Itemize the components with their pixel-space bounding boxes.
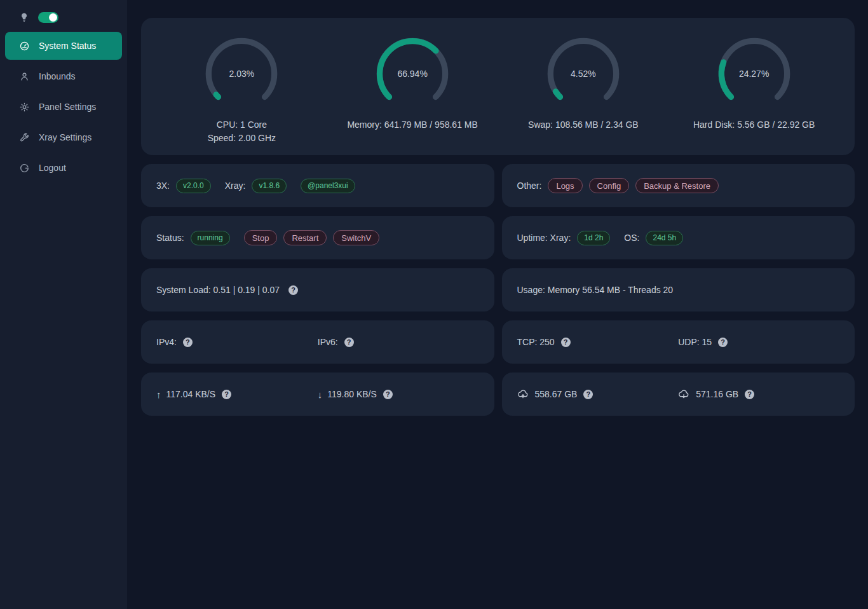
xray-uptime-badge: 1d 2h [577,231,610,245]
upload-arrow-icon: ↑ [156,389,161,400]
swap-percent: 4.52% [544,69,623,79]
cloud-upload-icon [517,388,529,400]
help-icon[interactable]: ? [222,390,231,399]
cloud-download-icon [678,388,689,400]
system-load-card: System Load: 0.51 | 0.19 | 0.07 ? [141,268,494,311]
udp-count-text: UDP: 15 [678,337,712,347]
help-icon[interactable]: ? [344,338,354,347]
stop-button[interactable]: Stop [244,230,278,245]
other-label: Other: [517,181,542,191]
os-uptime-badge: 24d 5h [646,231,683,245]
telegram-channel-tag[interactable]: @panel3xui [301,179,355,193]
download-speed-text: 119.80 KB/S [327,389,377,399]
other-card: Other: Logs Config Backup & Restore [502,164,855,207]
help-icon[interactable]: ? [561,338,571,347]
versions-card: 3X: v2.0.0 Xray: v1.8.6 @panel3xui [141,164,494,207]
sidebar-item-system-status[interactable]: System Status [5,32,122,60]
cpu-speed-label: Speed: 2.00 GHz [208,132,276,145]
sidebar-item-label: Xray Settings [39,132,92,142]
help-icon[interactable]: ? [383,390,393,399]
total-traffic-card: 558.67 GB ? 571.16 GB ? [502,373,855,416]
ip-card: IPv4: ? IPv6: ? [141,320,494,364]
upload-speed-text: 117.04 KB/S [166,389,216,399]
disk-label: Hard Disk: 5.56 GB / 22.92 GB [693,118,815,132]
help-icon[interactable]: ? [288,285,298,295]
config-button[interactable]: Config [589,178,630,193]
gauge-swap: 4.52% Swap: 108.56 MB / 2.34 GB [498,34,669,145]
logout-icon [19,163,30,174]
total-received-text: 571.16 GB [696,389,738,399]
help-icon[interactable]: ? [183,338,193,347]
sidebar-item-label: Inbounds [39,71,76,81]
tcp-count-text: TCP: 250 [517,337,555,347]
dashboard-icon [19,41,30,51]
toggle-knob [49,13,57,22]
gauge-memory: 66.94% Memory: 641.79 MB / 958.61 MB [327,34,498,145]
help-icon[interactable]: ? [583,390,593,399]
network-speed-card: ↑ 117.04 KB/S ? ↓ 119.80 KB/S ? [141,373,494,416]
help-icon[interactable]: ? [718,338,728,347]
status-card: Status: running Stop Restart SwitchV [141,216,494,259]
total-sent-text: 558.67 GB [535,389,578,399]
3x-version-tag[interactable]: v2.0.0 [176,179,211,193]
sidebar: System Status Inbounds Panel Settings Xr… [0,0,127,609]
sidebar-item-label: Panel Settings [39,102,96,112]
user-icon [19,71,30,82]
gauge-disk: 24.27% Hard Disk: 5.56 GB / 22.92 GB [668,34,839,145]
usage-text: Usage: Memory 56.54 MB - Threads 20 [517,285,674,295]
sidebar-nav: System Status Inbounds Panel Settings Xr… [0,32,127,182]
xray-label: Xray: [225,181,246,191]
memory-label: Memory: 641.79 MB / 958.61 MB [347,118,477,132]
sidebar-item-panel-settings[interactable]: Panel Settings [5,93,122,121]
help-icon[interactable]: ? [745,390,754,399]
cpu-label: CPU: 1 Core [208,118,276,132]
sidebar-item-label: Logout [39,163,66,173]
restart-button[interactable]: Restart [283,230,327,245]
wrench-icon [19,132,30,143]
ipv4-label: IPv4: [156,337,177,347]
disk-percent: 24.27% [715,69,794,79]
status-running-badge: running [191,231,230,245]
backup-restore-button[interactable]: Backup & Restore [635,178,719,193]
theme-row [0,11,127,32]
swap-label: Swap: 108.56 MB / 2.34 GB [528,118,639,132]
ipv6-label: IPv6: [318,337,338,347]
lightbulb-icon [19,12,29,22]
sidebar-item-label: System Status [39,41,96,51]
system-gauges-card: 2.03% CPU: 1 Core Speed: 2.00 GHz 66.94%… [141,18,855,155]
sidebar-item-inbounds[interactable]: Inbounds [5,62,122,90]
system-load-text: System Load: 0.51 | 0.19 | 0.07 [156,285,280,295]
connections-card: TCP: 250 ? UDP: 15 ? [502,320,855,364]
cpu-percent: 2.03% [202,69,281,79]
main-content: 2.03% CPU: 1 Core Speed: 2.00 GHz 66.94%… [127,0,868,609]
download-arrow-icon: ↓ [318,389,323,400]
switch-version-button[interactable]: SwitchV [333,230,379,245]
usage-card: Usage: Memory 56.54 MB - Threads 20 [502,268,855,311]
logs-button[interactable]: Logs [548,178,582,193]
gear-icon [19,102,30,113]
sidebar-item-logout[interactable]: Logout [5,154,122,182]
sidebar-item-xray-settings[interactable]: Xray Settings [5,123,122,151]
theme-toggle[interactable] [38,12,58,23]
memory-percent: 66.94% [373,69,452,79]
uptime-xray-label: Uptime: Xray: [517,233,571,243]
xray-version-tag[interactable]: v1.8.6 [252,179,287,193]
gauge-cpu: 2.03% CPU: 1 Core Speed: 2.00 GHz [156,34,327,145]
uptime-card: Uptime: Xray: 1d 2h OS: 24d 5h [502,216,855,259]
os-label: OS: [624,233,639,243]
status-label: Status: [156,233,184,243]
3x-label: 3X: [156,181,170,191]
